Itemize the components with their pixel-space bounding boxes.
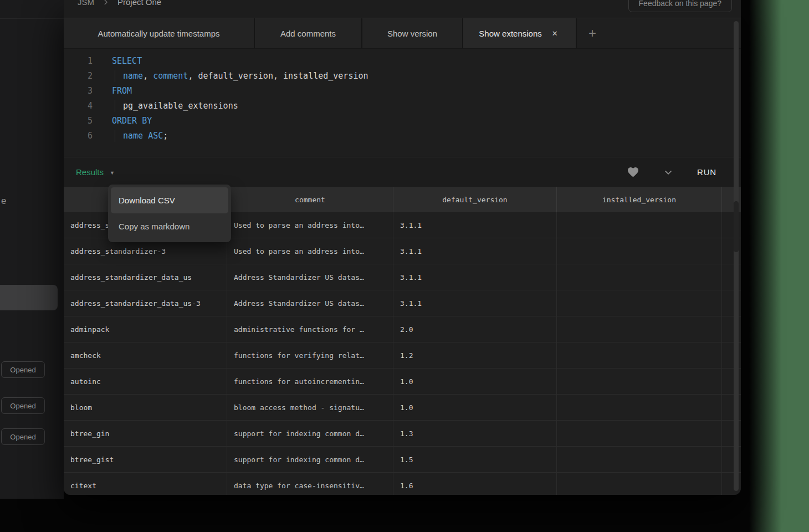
cell-comment: Address Standardizer US datas… xyxy=(227,264,393,290)
tab-show-version[interactable]: Show version xyxy=(362,18,463,48)
chevron-right-icon xyxy=(102,0,110,6)
cell-comment: support for indexing common d… xyxy=(227,447,393,472)
cell-name: address_standardizer_data_us xyxy=(64,264,227,290)
table-row[interactable]: citextdata type for case-insensitiv…1.6 xyxy=(64,473,741,495)
cell-default-version: 1.6 xyxy=(393,473,557,495)
breadcrumb: JSM Project One xyxy=(78,0,161,7)
cell-default-version: 1.3 xyxy=(393,421,557,446)
breadcrumb-project[interactable]: Project One xyxy=(117,0,161,7)
column-header-comment[interactable]: comment xyxy=(227,187,393,212)
column-header-default-version[interactable]: default_version xyxy=(393,187,557,212)
table-row[interactable]: autoincfunctions for autoincrementin…1.0 xyxy=(64,369,741,395)
cell-name: adminpack xyxy=(64,316,227,342)
cell-comment: functions for autoincrementin… xyxy=(227,369,393,394)
tab-bar: Automatically update timestampsAdd comme… xyxy=(64,18,741,49)
cell-name: citext xyxy=(64,473,227,495)
background-page-strip: e OpenedOpenedOpened xyxy=(0,0,64,499)
table-row[interactable]: address_standardizer_data_usAddress Stan… xyxy=(64,264,741,290)
new-tab-button[interactable]: + xyxy=(577,18,608,48)
code-line: 1SELECT xyxy=(64,54,741,69)
menu-item-copy-as-markdown[interactable]: Copy as markdown xyxy=(111,213,228,239)
cell-installed-version xyxy=(557,395,722,420)
cell-default-version: 3.1.1 xyxy=(393,290,557,316)
chevron-down-button[interactable] xyxy=(663,167,674,178)
cell-comment: administrative functions for … xyxy=(227,316,393,342)
cell-name: address_standardizer_data_us-3 xyxy=(64,290,227,316)
code-text: FROM xyxy=(112,84,132,99)
cell-name: btree_gin xyxy=(64,421,227,446)
results-label: Results xyxy=(76,167,104,177)
cell-installed-version xyxy=(557,264,722,290)
line-number: 2 xyxy=(64,69,93,84)
caret-down-icon: ▼ xyxy=(110,169,115,176)
background-selected-row xyxy=(0,285,58,310)
status-badge-opened: Opened xyxy=(1,428,45,445)
cell-comment: Used to parse an address into… xyxy=(227,212,393,238)
close-tab-icon[interactable]: ✕ xyxy=(550,28,560,39)
cell-default-version: 3.1.1 xyxy=(393,238,557,264)
tab-add-comments[interactable]: Add comments xyxy=(255,18,362,48)
run-button[interactable]: RUN xyxy=(697,167,716,177)
code-line: 2name, comment, default_version, install… xyxy=(64,69,741,84)
line-number: 5 xyxy=(64,114,93,129)
cell-default-version: 3.1.1 xyxy=(393,212,557,238)
table-row[interactable]: amcheckfunctions for verifying relat…1.2 xyxy=(64,342,741,369)
cell-installed-version xyxy=(557,212,722,238)
cell-installed-version xyxy=(557,342,722,368)
cell-installed-version xyxy=(557,369,722,394)
code-text: pg_available_extensions xyxy=(112,99,238,114)
table-row[interactable]: address_standardizer-3Used to parse an a… xyxy=(64,238,741,264)
menu-item-download-csv[interactable]: Download CSV xyxy=(111,187,228,213)
cell-installed-version xyxy=(557,473,722,495)
cell-installed-version xyxy=(557,290,722,316)
code-line: 6name ASC; xyxy=(64,129,741,144)
cell-installed-version xyxy=(557,238,722,264)
tab-label: Show version xyxy=(387,29,437,38)
cell-comment: Address Standardizer US datas… xyxy=(227,290,393,316)
cell-installed-version xyxy=(557,421,722,446)
table-row[interactable]: btree_gistsupport for indexing common d…… xyxy=(64,447,741,473)
results-bar-actions: RUN xyxy=(627,166,716,178)
breadcrumb-org[interactable]: JSM xyxy=(78,0,94,7)
background-partial-text: e xyxy=(1,196,6,207)
cell-default-version: 1.5 xyxy=(393,447,557,472)
sql-editor[interactable]: 1SELECT2name, comment, default_version, … xyxy=(64,49,741,157)
code-text: SELECT xyxy=(112,54,142,69)
table-row[interactable]: bloombloom access method - signatu…1.0 xyxy=(64,395,741,421)
table-row[interactable]: btree_ginsupport for indexing common d…1… xyxy=(64,421,741,447)
favorite-heart-button[interactable] xyxy=(627,166,639,178)
code-text: name, comment, default_version, installe… xyxy=(112,69,368,84)
cell-name: autoinc xyxy=(64,369,227,394)
cell-comment: support for indexing common d… xyxy=(227,421,393,446)
tab-label: Add comments xyxy=(280,29,336,38)
status-badge-opened: Opened xyxy=(1,397,45,414)
tab-automatically-update-timestamps[interactable]: Automatically update timestamps xyxy=(64,18,255,48)
feedback-button[interactable]: Feedback on this page? xyxy=(628,0,732,12)
sql-editor-window: JSM Project One Feedback on this page? A… xyxy=(64,0,741,495)
cell-comment: bloom access method - signatu… xyxy=(227,395,393,420)
cell-installed-version xyxy=(557,316,722,342)
line-number: 4 xyxy=(64,99,93,114)
cell-default-version: 1.0 xyxy=(393,369,557,394)
cell-default-version: 3.1.1 xyxy=(393,264,557,290)
tab-show-extensions[interactable]: Show extensions✕ xyxy=(463,18,577,48)
vertical-scrollbar[interactable] xyxy=(734,21,739,491)
code-text: ORDER BY xyxy=(112,114,152,129)
code-line: 4pg_available_extensions xyxy=(64,99,741,114)
table-row[interactable]: adminpackadministrative functions for …2… xyxy=(64,316,741,342)
column-header-installed-version[interactable]: installed_version xyxy=(557,187,722,212)
background-divider xyxy=(0,18,64,19)
code-text: name ASC; xyxy=(112,129,168,144)
results-table-body: address_standardizerUsed to parse an add… xyxy=(64,212,741,495)
cell-default-version: 1.2 xyxy=(393,342,557,368)
line-number: 1 xyxy=(64,54,93,69)
cell-installed-version xyxy=(557,447,722,472)
cell-default-version: 2.0 xyxy=(393,316,557,342)
tab-label: Show extensions xyxy=(479,29,541,38)
cell-name: btree_gist xyxy=(64,447,227,472)
code-line: 3FROM xyxy=(64,84,741,99)
table-row[interactable]: address_standardizer_data_us-3Address St… xyxy=(64,290,741,316)
results-dropdown[interactable]: Results ▼ xyxy=(76,167,115,177)
cell-comment: data type for case-insensitiv… xyxy=(227,473,393,495)
scrollbar-thumb[interactable] xyxy=(734,201,739,252)
